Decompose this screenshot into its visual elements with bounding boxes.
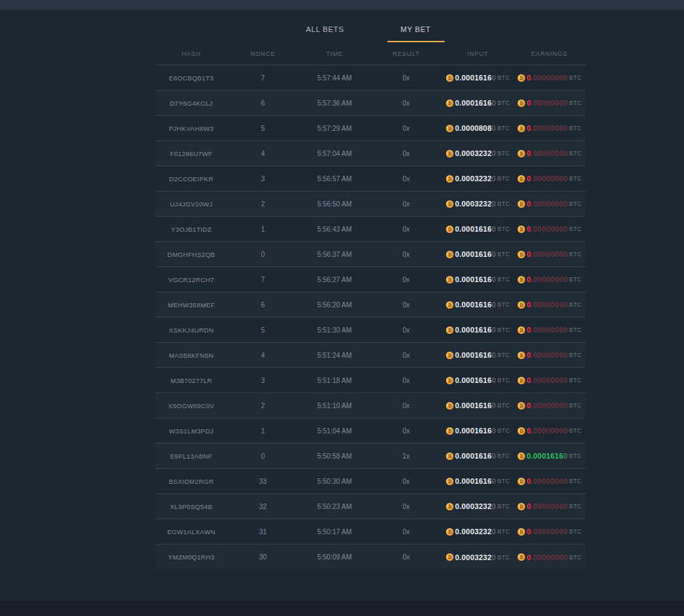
bet-earnings: ₿ 0.00000000 BTC [514,301,585,309]
input-amount-trailing: 0 [492,149,496,157]
bet-result-multiplier: 0x [370,226,442,233]
earnings-currency-label: BTC [569,74,582,81]
bet-time: 5:51:18 AM [299,377,370,384]
bet-time: 5:56:27 AM [299,276,370,283]
table-row[interactable]: MAS56KFN5N 4 5:51:24 AM 0x ₿ 0.00016160 … [155,343,585,368]
input-currency-label: BTC [497,352,510,358]
input-currency-label: BTC [497,99,510,106]
bet-time: 5:56:20 AM [299,301,370,309]
earnings-amount-trailing: .00000000 [531,301,568,309]
bet-hash: EGW1ALXAWN [155,528,227,536]
bet-input: ₿ 0.00008080 BTC [442,124,514,132]
bitcoin-coin-icon: ₿ [518,452,525,460]
table-row[interactable]: MEHW358MEF 6 5:56:20 AM 0x ₿ 0.00016160 … [155,292,585,318]
bet-nonce: 2 [227,200,299,208]
bitcoin-coin-icon: ₿ [446,301,453,309]
bet-earnings: ₿ 0.00000000 BTC [514,74,585,82]
table-row[interactable]: D2CCOEIPKR 3 5:56:57 AM 0x ₿ 0.00032320 … [155,166,585,191]
bet-time: 5:50:58 AM [299,452,370,460]
bet-time: 5:57:36 AM [299,99,370,107]
bitcoin-coin-icon: ₿ [446,74,453,82]
bet-result-multiplier: 0x [370,377,442,384]
bitcoin-coin-icon: ₿ [518,251,525,258]
bitcoin-coin-icon: ₿ [446,377,453,384]
table-row[interactable]: E9FL13ABNF 0 5:50:58 AM 1x ₿ 0.00016160 … [155,444,585,469]
table-row[interactable]: BSXIDM2RGR 33 5:50:30 AM 0x ₿ 0.00016160… [155,469,585,494]
bet-result-multiplier: 0x [370,276,442,283]
earnings-currency-label: BTC [569,150,582,157]
bet-earnings: ₿ 0.00000000 BTC [514,99,585,107]
table-row[interactable]: YMZM0Q1RH3 30 5:50:09 AM 0x ₿ 0.00032320… [155,544,585,570]
bitcoin-coin-icon: ₿ [518,125,525,132]
bet-time: 5:57:29 AM [299,125,370,132]
table-row[interactable]: X5OGW09C0V 2 5:51:10 AM 0x ₿ 0.00016160 … [155,393,585,418]
bet-earnings: ₿ 0.00000000 BTC [514,225,585,233]
bitcoin-coin-icon: ₿ [518,150,525,157]
column-header-hash: HASH [155,50,227,57]
input-amount-trailing: 0 [492,427,496,435]
bet-hash: D7Y6G4KCLJ [155,99,227,107]
input-amount: 0.0003232 [455,553,492,561]
bitcoin-coin-icon: ₿ [518,200,525,208]
bet-input: ₿ 0.00016160 BTC [442,99,514,107]
bet-input: ₿ 0.00016160 BTC [442,477,514,485]
tab-all-bets[interactable]: ALL BETS [280,21,370,42]
table-row[interactable]: M3B70277LR 3 5:51:18 AM 0x ₿ 0.00016160 … [155,368,585,393]
input-amount-trailing: 0 [492,553,496,561]
bet-nonce: 4 [227,352,299,359]
input-amount-trailing: 0 [492,502,496,510]
input-currency-label: BTC [497,427,510,434]
table-row[interactable]: W3S1LM3PDJ 1 5:51:04 AM 0x ₿ 0.00016160 … [155,418,585,444]
bet-input: ₿ 0.00016160 BTC [442,401,514,410]
bet-hash: W3S1LM3PDJ [155,427,227,435]
tab-my-bet-label: MY BET [400,25,430,33]
bet-input: ₿ 0.00016160 BTC [442,326,514,334]
bitcoin-coin-icon: ₿ [518,175,525,183]
input-currency-label: BTC [497,452,510,459]
earnings-amount-trailing: .00000000 [531,376,568,384]
bitcoin-coin-icon: ₿ [518,276,525,283]
bet-earnings: ₿ 0.00000000 BTC [514,351,585,359]
bet-result-multiplier: 0x [370,352,442,359]
input-amount: 0.0001616 [455,250,492,258]
bet-nonce: 6 [227,301,299,309]
table-row[interactable]: F01296U7WF 4 5:57:04 AM 0x ₿ 0.00032320 … [155,141,585,166]
earnings-currency-label: BTC [569,226,582,232]
input-amount-trailing: 0 [492,477,496,485]
bet-earnings: ₿ 0.00000000 BTC [514,527,585,536]
input-amount: 0.0003232 [455,200,492,208]
table-row[interactable]: D7Y6G4KCLJ 6 5:57:36 AM 0x ₿ 0.00016160 … [155,91,585,116]
input-currency-label: BTC [497,478,510,484]
bet-hash: XL9P0SQ54B [155,503,227,510]
bitcoin-coin-icon: ₿ [518,99,525,107]
table-row[interactable]: UJ4JGV20WJ 2 5:56:50 AM 0x ₿ 0.00032320 … [155,191,585,217]
table-row[interactable]: PJHKVAH8W3 5 5:57:29 AM 0x ₿ 0.00008080 … [155,116,585,141]
bet-nonce: 5 [227,125,299,132]
earnings-amount-trailing: .00000000 [531,200,568,208]
input-amount-trailing: 0 [492,250,496,258]
earnings-amount-trailing: .00000000 [531,225,568,233]
bet-nonce: 7 [227,276,299,283]
table-row[interactable]: XSKKJ4URDN 5 5:51:30 AM 0x ₿ 0.00016160 … [155,318,585,343]
bet-hash: MAS56KFN5N [155,352,227,359]
bet-result-multiplier: 0x [370,301,442,309]
tab-my-bet[interactable]: MY BET [370,21,461,42]
table-row[interactable]: Y3OJB1TIDZ 1 5:56:43 AM 0x ₿ 0.00016160 … [155,217,585,242]
table-row[interactable]: E6OCBQB1T3 7 5:57:44 AM 0x ₿ 0.00016160 … [155,65,585,91]
table-row[interactable]: XL9P0SQ54B 32 5:50:23 AM 0x ₿ 0.00032320… [155,494,585,519]
bet-nonce: 3 [227,377,299,384]
bitcoin-coin-icon: ₿ [446,150,453,157]
column-header-earnings: EARNINGS [514,50,585,57]
input-currency-label: BTC [497,402,510,409]
bet-input: ₿ 0.00016160 BTC [442,275,514,283]
input-amount-trailing: 0 [492,275,496,283]
bitcoin-coin-icon: ₿ [446,226,453,233]
table-row[interactable]: DMGHFHS2QB 0 5:56:37 AM 0x ₿ 0.00016160 … [155,242,585,267]
input-amount: 0.0001616 [455,401,492,410]
bitcoin-coin-icon: ₿ [518,553,525,561]
table-row[interactable]: VGCR12RCH7 7 5:56:27 AM 0x ₿ 0.00016160 … [155,267,585,292]
bet-result-multiplier: 0x [370,175,442,183]
bet-hash: F01296U7WF [155,150,227,157]
bet-hash: PJHKVAH8W3 [155,125,227,132]
table-row[interactable]: EGW1ALXAWN 31 5:50:17 AM 0x ₿ 0.00032320… [155,519,585,544]
